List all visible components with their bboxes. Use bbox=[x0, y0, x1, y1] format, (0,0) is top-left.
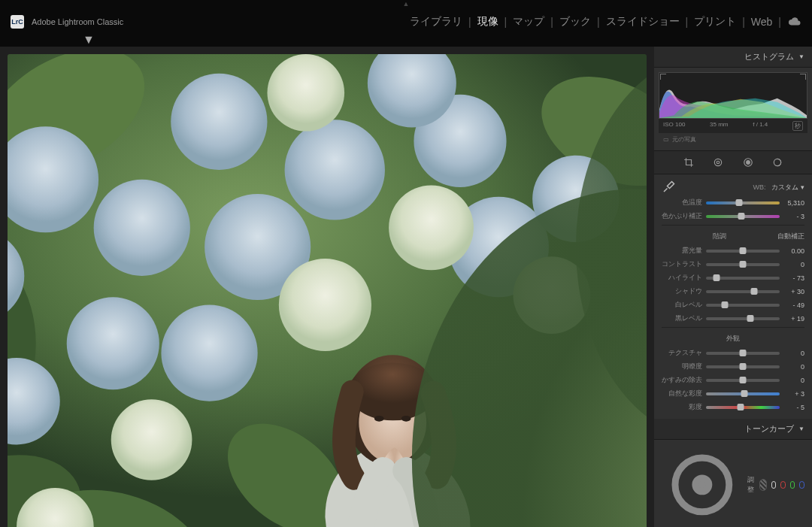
slider-temp[interactable]: 色温度 5,310 bbox=[662, 198, 804, 207]
svg-point-9 bbox=[94, 180, 190, 276]
identity-collapse-arrow[interactable]: ▼ bbox=[0, 33, 812, 47]
tab-web[interactable]: Web bbox=[749, 16, 775, 28]
curve-green-icon[interactable] bbox=[790, 481, 795, 489]
histogram-header[interactable]: ヒストグラム ▼ bbox=[654, 47, 812, 68]
mask-tool-icon[interactable] bbox=[743, 157, 753, 168]
basic-panel: WB: カスタム ▾ 色温度 5,310 色かぶり補正 - 3 階調 自動補正 bbox=[654, 174, 812, 419]
auto-button[interactable]: 自動補正 bbox=[777, 232, 804, 241]
histogram-title: ヒストグラム bbox=[744, 51, 794, 62]
tab-map[interactable]: マップ bbox=[511, 15, 547, 29]
svg-point-12 bbox=[67, 297, 159, 389]
svg-point-14 bbox=[285, 120, 385, 220]
crop-tool-icon[interactable] bbox=[683, 157, 694, 168]
tab-develop[interactable]: 現像 bbox=[475, 15, 501, 29]
cloud-sync-icon[interactable] bbox=[788, 15, 801, 29]
develop-tool-strip bbox=[654, 150, 812, 174]
eyedropper-icon[interactable] bbox=[662, 180, 675, 194]
slider-tint[interactable]: 色かぶり補正 - 3 bbox=[662, 211, 804, 221]
slider-highlights[interactable]: ハイライト - 73 bbox=[662, 273, 804, 283]
image-preview[interactable] bbox=[8, 54, 647, 527]
histogram-chart[interactable] bbox=[659, 72, 807, 119]
collapse-icon: ▼ bbox=[798, 53, 804, 60]
svg-point-26 bbox=[389, 185, 474, 270]
svg-point-39 bbox=[746, 161, 750, 165]
main-area: ヒストグラム ▼ ISO 100 bbox=[0, 47, 812, 527]
app-logo: LrC bbox=[11, 15, 24, 29]
histogram-meta: ISO 100 35 mm f / 1.4 秒 bbox=[659, 119, 807, 133]
tab-print[interactable]: プリント bbox=[692, 15, 738, 29]
tonecurve-header[interactable]: トーンカーブ ▼ bbox=[654, 419, 812, 440]
meta-focal: 35 mm bbox=[710, 121, 728, 131]
svg-point-42 bbox=[695, 478, 709, 492]
slider-saturation[interactable]: 彩度 - 5 bbox=[662, 402, 804, 412]
presence-header: 外観 bbox=[662, 334, 804, 344]
slider-exposure[interactable]: 露光量 0.00 bbox=[662, 246, 804, 256]
slider-clarity[interactable]: 明瞭度 0 bbox=[662, 362, 804, 371]
svg-point-36 bbox=[715, 159, 722, 165]
meta-shutter: 秒 bbox=[792, 121, 803, 131]
tone-header: 階調 bbox=[662, 232, 777, 241]
heal-tool-icon[interactable] bbox=[713, 157, 723, 168]
svg-point-23 bbox=[111, 399, 192, 480]
top-collapse-arrow[interactable]: ▲ bbox=[0, 0, 812, 8]
slider-whites[interactable]: 白レベル - 49 bbox=[662, 300, 804, 310]
redeye-tool-icon[interactable] bbox=[772, 157, 783, 168]
svg-point-37 bbox=[717, 161, 720, 164]
tonecurve-panel: 調整 bbox=[654, 440, 812, 527]
wb-label: WB: bbox=[753, 183, 765, 191]
curve-red-icon[interactable] bbox=[780, 481, 786, 489]
original-photo-toggle[interactable]: 元の写真 bbox=[659, 133, 807, 146]
svg-point-32 bbox=[374, 416, 384, 422]
canvas-area bbox=[0, 47, 654, 527]
target-adjust-icon[interactable] bbox=[662, 444, 743, 525]
tab-slideshow[interactable]: スライドショー bbox=[604, 15, 682, 29]
app-name: Adobe Lightroom Classic bbox=[32, 17, 123, 26]
adjust-label: 調整 bbox=[747, 475, 755, 495]
tab-library[interactable]: ライブラリ bbox=[408, 15, 465, 29]
svg-point-17 bbox=[161, 304, 257, 401]
slider-contrast[interactable]: コントラスト 0 bbox=[662, 259, 804, 269]
right-panel: ヒストグラム ▼ ISO 100 bbox=[654, 47, 812, 527]
meta-aperture: f / 1.4 bbox=[753, 121, 768, 131]
module-tabs: ライブラリ | 現像 | マップ | ブック | スライドショー | プリント … bbox=[408, 15, 801, 29]
slider-dehaze[interactable]: かすみの除去 0 bbox=[662, 375, 804, 385]
histogram-panel: ISO 100 35 mm f / 1.4 秒 元の写真 bbox=[654, 68, 812, 150]
slider-vibrance[interactable]: 自然な彩度 + 3 bbox=[662, 389, 804, 398]
svg-point-13 bbox=[171, 74, 267, 170]
curve-parametric-icon[interactable] bbox=[759, 479, 767, 491]
tonecurve-channel-tabs: 調整 bbox=[662, 444, 804, 525]
wb-mode[interactable]: カスタム ▾ bbox=[771, 183, 804, 192]
curve-rgb-icon[interactable] bbox=[771, 481, 777, 489]
svg-point-22 bbox=[279, 259, 371, 351]
svg-point-33 bbox=[401, 416, 411, 422]
tonecurve-title: トーンカーブ bbox=[744, 423, 794, 435]
tab-book[interactable]: ブック bbox=[557, 15, 593, 29]
meta-iso: ISO 100 bbox=[663, 121, 685, 131]
curve-blue-icon[interactable] bbox=[799, 481, 804, 489]
collapse-icon: ▼ bbox=[798, 426, 804, 432]
slider-shadows[interactable]: シャドウ + 30 bbox=[662, 286, 804, 296]
slider-texture[interactable]: テクスチャ 0 bbox=[662, 348, 804, 358]
title-bar: LrC Adobe Lightroom Classic ライブラリ | 現像 |… bbox=[0, 8, 812, 33]
svg-point-21 bbox=[267, 54, 344, 132]
app-window: ▲ LrC Adobe Lightroom Classic ライブラリ | 現像… bbox=[0, 0, 812, 527]
slider-blacks[interactable]: 黒レベル + 19 bbox=[662, 313, 804, 323]
